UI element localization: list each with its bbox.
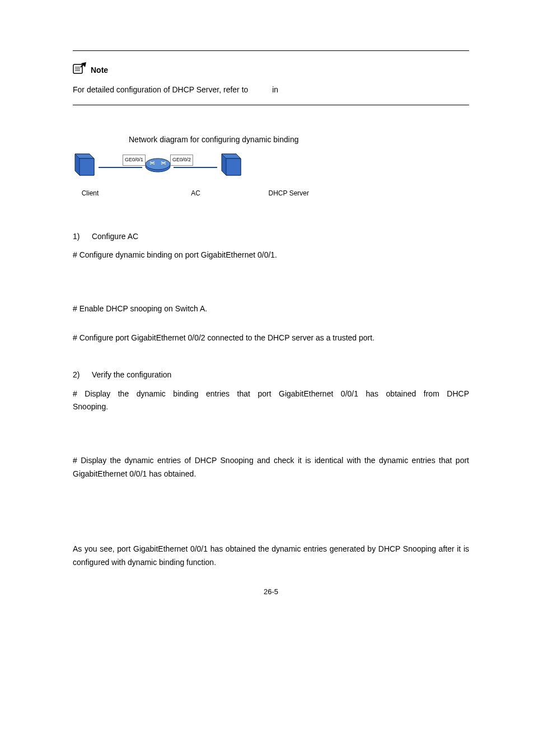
step-1-text: Configure AC (92, 232, 138, 241)
step-2: # Enable DHCP snooping on Switch A. (73, 302, 469, 316)
note-label: Note (91, 64, 108, 77)
note-header: Note (73, 62, 469, 79)
step-4-desc: # Display the dynamic binding entries th… (73, 388, 469, 414)
bottom-rule (73, 105, 469, 105)
svg-point-6 (146, 158, 170, 170)
step-1-desc: # Configure dynamic binding on port Giga… (73, 249, 469, 262)
note-text: For detailed configuration of DHCP Serve… (73, 83, 469, 97)
figure-caption: Network diagram for configuring dynamic … (129, 133, 469, 147)
step-4-text: Verify the configuration (92, 370, 171, 379)
ac-label: AC (107, 188, 214, 199)
step-4-num: 2) (73, 368, 90, 382)
ac-icon (144, 157, 171, 178)
note-icon (73, 62, 87, 79)
port-label-1: GE0/0/1 (123, 155, 146, 165)
network-diagram: GE0/0/1 GE0/0/2 (73, 153, 469, 182)
step-3: # Configure port GigabitEthernet 0/0/2 c… (73, 332, 469, 345)
port-label-2: GE0/0/2 (170, 155, 193, 165)
page-number: 26-5 (73, 586, 469, 598)
note-text-a: For detailed configuration of DHCP Serve… (73, 85, 248, 94)
step-1-num: 1) (73, 230, 90, 244)
step-1: 1) Configure AC (73, 230, 469, 244)
diagram-labels: Client AC DHCP Server (73, 188, 469, 199)
step-5: # Display the dynamic entries of DHCP Sn… (73, 454, 469, 481)
link-1: GE0/0/1 (99, 167, 142, 168)
server-icon (219, 153, 243, 182)
server-label: DHCP Server (214, 188, 315, 199)
step-6: As you see, port GigabitEthernet 0/0/1 h… (73, 543, 469, 570)
note-text-b: in (272, 85, 278, 94)
link-2: GE0/0/2 (174, 167, 217, 168)
client-label: Client (73, 188, 107, 199)
step-4: 2) Verify the configuration (73, 368, 469, 382)
client-icon (73, 153, 96, 182)
top-rule (73, 50, 469, 51)
